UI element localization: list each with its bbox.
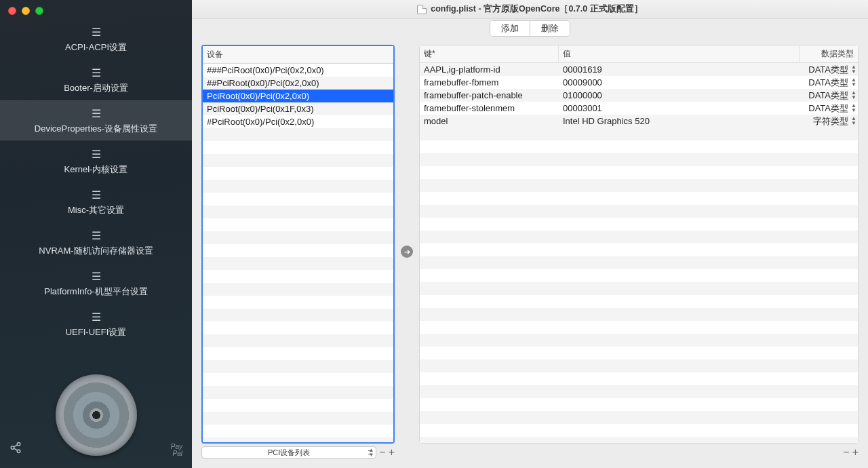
chevron-updown-icon: ▲▼ bbox=[851, 116, 856, 125]
close-window-button[interactable] bbox=[8, 7, 16, 15]
cell-value: 01000000 bbox=[559, 89, 800, 102]
svg-point-0 bbox=[17, 443, 20, 446]
cell-value: 00001619 bbox=[559, 63, 800, 76]
chevron-updown-icon: ▲▼ bbox=[368, 448, 374, 457]
arrow-right-icon: ➔ bbox=[404, 248, 410, 256]
cell-key: model bbox=[420, 115, 559, 128]
sidebar-item-label: Kernel-内核设置 bbox=[64, 163, 128, 176]
pci-device-combo-label: PCI设备列表 bbox=[268, 448, 310, 456]
delete-button[interactable]: 删除 bbox=[530, 21, 570, 36]
transfer-column: ➔ bbox=[400, 45, 414, 459]
device-listbox[interactable]: 设备 ###PciRoot(0x0)/Pci(0x2,0x0)##PciRoot… bbox=[201, 45, 395, 444]
sidebar: ☰ ACPI-ACPI设置 ☰ Booter-启动设置 ☰ DeviceProp… bbox=[0, 0, 192, 468]
chevron-updown-icon: ▲▼ bbox=[851, 64, 856, 74]
cell-type[interactable]: DATA类型▲▼ bbox=[800, 63, 858, 76]
svg-point-1 bbox=[11, 446, 14, 450]
cell-key: framebuffer-fbmem bbox=[420, 76, 559, 89]
add-prop-button[interactable]: + bbox=[852, 446, 859, 459]
pci-device-combo[interactable]: PCI设备列表 ▲▼ bbox=[201, 446, 376, 459]
sidebar-item-label: Booter-启动设置 bbox=[64, 82, 128, 94]
sidebar-item-label: Misc-其它设置 bbox=[68, 204, 124, 216]
device-row[interactable]: PciRoot(0x0)/Pci(0x2,0x0) bbox=[203, 90, 393, 102]
window-controls bbox=[0, 0, 192, 19]
cell-value: Intel HD Graphics 520 bbox=[559, 115, 800, 128]
properties-body: AAPL,ig-platform-id00001619DATA类型▲▼frame… bbox=[420, 63, 858, 443]
table-row[interactable]: modelIntel HD Graphics 520字符类型▲▼ bbox=[420, 115, 858, 128]
cell-type[interactable]: DATA类型▲▼ bbox=[800, 102, 858, 115]
add-delete-segment: 添加 删除 bbox=[490, 20, 570, 37]
titlebar-text: config.plist - 官方原版OpenCore［0.7.0 正式版配置］ bbox=[431, 3, 642, 15]
properties-head: 键* 值 数据类型 bbox=[420, 45, 858, 63]
device-row[interactable]: ###PciRoot(0x0)/Pci(0x2,0x0) bbox=[203, 64, 393, 77]
sidebar-item-misc[interactable]: ☰ Misc-其它设置 bbox=[0, 182, 192, 222]
list-icon: ☰ bbox=[92, 189, 101, 201]
device-row[interactable]: PciRoot(0x0)/Pci(0x1F,0x3) bbox=[203, 102, 393, 115]
sidebar-item-kernel[interactable]: ☰ Kernel-内核设置 bbox=[0, 141, 192, 182]
transfer-right-button[interactable]: ➔ bbox=[401, 246, 413, 258]
chevron-updown-icon: ▲▼ bbox=[851, 77, 856, 87]
device-row[interactable]: ##PciRoot(0x0)/Pci(0x2,0x0) bbox=[203, 77, 393, 90]
device-list-rows: ###PciRoot(0x0)/Pci(0x2,0x0)##PciRoot(0x… bbox=[203, 64, 393, 442]
cell-value: 00009000 bbox=[559, 76, 800, 89]
minimize-window-button[interactable] bbox=[22, 7, 30, 15]
chevron-updown-icon: ▲▼ bbox=[851, 103, 856, 113]
list-icon: ☰ bbox=[92, 311, 101, 324]
share-icon[interactable] bbox=[9, 442, 22, 457]
remove-prop-button[interactable]: − bbox=[843, 446, 849, 459]
toolbar: 添加 删除 bbox=[192, 19, 868, 38]
remove-device-button[interactable]: − bbox=[379, 446, 385, 459]
properties-table: 键* 值 数据类型 AAPL,ig-platform-id00001619DAT… bbox=[419, 45, 859, 444]
cell-key: framebuffer-patch-enable bbox=[420, 89, 559, 102]
sidebar-item-acpi[interactable]: ☰ ACPI-ACPI设置 bbox=[0, 19, 192, 60]
file-icon bbox=[417, 5, 427, 14]
sidebar-item-label: DeviceProperties-设备属性设置 bbox=[35, 123, 157, 135]
chevron-updown-icon: ▲▼ bbox=[851, 90, 856, 100]
zoom-window-button[interactable] bbox=[35, 7, 43, 15]
list-icon: ☰ bbox=[92, 229, 101, 242]
table-row[interactable]: framebuffer-patch-enable01000000DATA类型▲▼ bbox=[420, 89, 858, 102]
cell-type[interactable]: DATA类型▲▼ bbox=[800, 89, 858, 102]
table-row[interactable]: framebuffer-stolenmem00003001DATA类型▲▼ bbox=[420, 102, 858, 115]
cell-value: 00003001 bbox=[559, 102, 800, 115]
list-icon: ☰ bbox=[92, 148, 101, 161]
sidebar-item-label: UEFI-UEFI设置 bbox=[66, 326, 127, 338]
list-icon: ☰ bbox=[92, 66, 101, 79]
cell-type[interactable]: DATA类型▲▼ bbox=[800, 76, 858, 89]
device-row[interactable]: #PciRoot(0x0)/Pci(0x2,0x0) bbox=[203, 115, 393, 128]
sidebar-item-platforminfo[interactable]: ☰ PlatformInfo-机型平台设置 bbox=[0, 263, 192, 304]
sidebar-item-label: NVRAM-随机访问存储器设置 bbox=[39, 245, 153, 257]
list-icon: ☰ bbox=[92, 26, 101, 39]
sidebar-item-nvram[interactable]: ☰ NVRAM-随机访问存储器设置 bbox=[0, 222, 192, 263]
device-list-header: 设备 bbox=[203, 46, 393, 64]
sidebar-item-label: PlatformInfo-机型平台设置 bbox=[44, 286, 147, 298]
paypal-label[interactable]: Pay Pal bbox=[171, 444, 182, 457]
cell-type[interactable]: 字符类型▲▼ bbox=[800, 115, 858, 128]
list-icon: ☰ bbox=[92, 107, 101, 120]
main-area: config.plist - 官方原版OpenCore［0.7.0 正式版配置］… bbox=[192, 0, 868, 468]
col-key[interactable]: 键* bbox=[420, 45, 559, 62]
table-row[interactable]: AAPL,ig-platform-id00001619DATA类型▲▼ bbox=[420, 63, 858, 76]
col-type[interactable]: 数据类型 bbox=[800, 45, 858, 62]
properties-panel: 键* 值 数据类型 AAPL,ig-platform-id00001619DAT… bbox=[419, 45, 859, 459]
table-row[interactable]: framebuffer-fbmem00009000DATA类型▲▼ bbox=[420, 76, 858, 89]
list-icon: ☰ bbox=[92, 270, 101, 283]
add-button[interactable]: 添加 bbox=[490, 21, 530, 36]
sidebar-item-uefi[interactable]: ☰ UEFI-UEFI设置 bbox=[0, 304, 192, 345]
cell-key: AAPL,ig-platform-id bbox=[420, 63, 559, 76]
sidebar-item-deviceproperties[interactable]: ☰ DeviceProperties-设备属性设置 bbox=[0, 100, 192, 141]
sidebar-item-booter[interactable]: ☰ Booter-启动设置 bbox=[0, 60, 192, 100]
cell-key: framebuffer-stolenmem bbox=[420, 102, 559, 115]
disc-graphic bbox=[56, 374, 137, 456]
add-device-button[interactable]: + bbox=[389, 446, 395, 459]
titlebar: config.plist - 官方原版OpenCore［0.7.0 正式版配置］ bbox=[192, 0, 868, 19]
sidebar-item-label: ACPI-ACPI设置 bbox=[65, 41, 127, 54]
col-value[interactable]: 值 bbox=[559, 45, 800, 62]
svg-point-2 bbox=[17, 450, 20, 453]
sidebar-nav: ☰ ACPI-ACPI设置 ☰ Booter-启动设置 ☰ DeviceProp… bbox=[0, 19, 192, 345]
device-panel: 设备 ###PciRoot(0x0)/Pci(0x2,0x0)##PciRoot… bbox=[201, 45, 395, 459]
